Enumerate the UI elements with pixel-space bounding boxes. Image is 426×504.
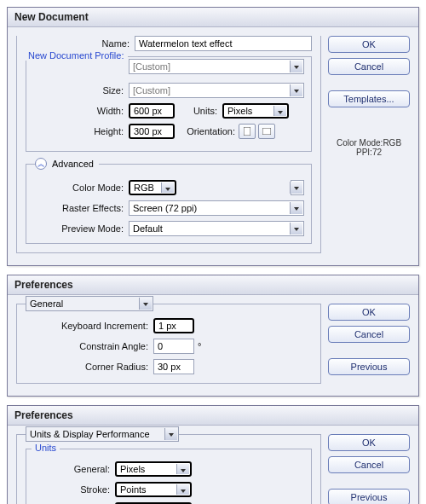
orientation-label: Orientation: (175, 126, 239, 136)
stroke-label: Stroke: (33, 484, 115, 495)
svg-rect-0 (244, 127, 250, 136)
colormode-label: Color Mode: (33, 182, 129, 193)
cancel-button[interactable]: Cancel (328, 326, 410, 343)
raster-label: Raster Effects: (33, 203, 129, 213)
size-label: Size: (33, 85, 129, 96)
preview-label: Preview Mode: (33, 223, 129, 234)
svg-rect-1 (262, 128, 271, 135)
cancel-button[interactable]: Cancel (328, 456, 410, 473)
width-input[interactable]: 600 px (129, 103, 175, 119)
preview-combo[interactable]: Default (129, 221, 304, 236)
chevron-up-icon: ︽ (35, 158, 47, 170)
templates-button[interactable]: Templates... (328, 90, 410, 107)
corner-input[interactable]: 30 px (153, 359, 194, 374)
raster-combo[interactable]: Screen (72 ppi) (129, 200, 304, 216)
height-input[interactable]: 300 px (129, 124, 175, 139)
info-text: Color Mode:RGB PPI:72 (328, 138, 410, 157)
ok-button[interactable]: OK (328, 434, 410, 451)
units-label: Units: (175, 106, 222, 116)
degree-symbol: ° (198, 341, 201, 351)
advanced-toggle[interactable]: ︽ Advanced (35, 158, 99, 170)
keyboard-input[interactable]: 1 px (153, 318, 194, 333)
size-combo[interactable]: [Custom] (129, 83, 304, 98)
previous-button[interactable]: Previous (328, 489, 410, 504)
preferences-units-dialog: Preferences Units & Display Performance … (7, 405, 419, 504)
height-label: Height: (33, 126, 129, 136)
dialog-title: Preferences (8, 275, 418, 295)
name-input[interactable]: Watermelon text effect (135, 36, 312, 51)
keyboard-label: Keyboard Increment: (26, 321, 153, 331)
preferences-general-dialog: Preferences General Keyboard Increment: … (7, 275, 419, 397)
ok-button[interactable]: OK (328, 36, 410, 53)
units-group-label: Units (32, 443, 60, 453)
advanced-label: Advanced (52, 159, 94, 169)
width-label: Width: (33, 106, 129, 116)
corner-label: Corner Radius: (26, 362, 153, 372)
new-document-dialog: New Document Name: Watermelon text effec… (7, 7, 419, 266)
colormode-combo[interactable]: RGB (129, 180, 176, 195)
constrain-label: Constrain Angle: (26, 341, 153, 351)
ok-button[interactable]: OK (328, 304, 410, 321)
stroke-combo[interactable]: Points (115, 482, 192, 497)
orientation-portrait-icon[interactable] (239, 124, 256, 139)
profile-label: New Document Profile: (25, 50, 128, 61)
previous-button[interactable]: Previous (328, 358, 410, 375)
general-label: General: (33, 464, 115, 474)
section-combo[interactable]: General (26, 296, 153, 311)
section-combo[interactable]: Units & Display Performance (26, 426, 179, 442)
dialog-title: Preferences (8, 406, 418, 426)
general-combo[interactable]: Pixels (115, 461, 192, 477)
constrain-input[interactable]: 0 (153, 339, 194, 354)
units-combo[interactable]: Pixels (222, 103, 289, 119)
name-label: Name: (26, 38, 135, 49)
colormode-extra-combo[interactable] (291, 180, 304, 195)
dialog-title: New Document (8, 8, 418, 27)
cancel-button[interactable]: Cancel (328, 58, 410, 75)
profile-combo[interactable]: [Custom] (129, 59, 304, 74)
orientation-landscape-icon[interactable] (258, 124, 275, 139)
